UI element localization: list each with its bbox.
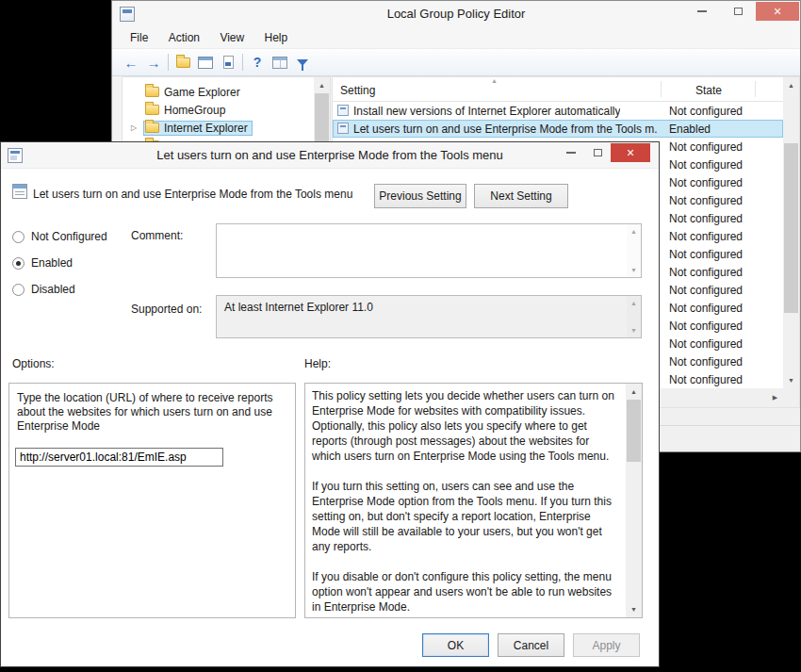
scroll-down-icon[interactable]: ▼ (627, 264, 641, 276)
scroll-down-icon[interactable]: ▼ (627, 324, 641, 336)
folder-icon (145, 87, 159, 97)
minimize-button[interactable] (684, 2, 720, 21)
scroll-right-icon[interactable]: ▶ (767, 388, 783, 407)
comment-textarea[interactable]: ▲ ▼ (216, 223, 642, 278)
menu-help[interactable]: Help (256, 27, 297, 48)
list-header: ▲ Setting State (333, 77, 799, 102)
toolbar-separator (242, 54, 243, 71)
cancel-button[interactable]: Cancel (498, 633, 564, 657)
options-label: Options: (12, 357, 55, 370)
radio-icon[interactable] (12, 284, 25, 296)
minimize-icon (697, 10, 707, 12)
next-setting-button[interactable]: Next Setting (474, 184, 568, 208)
radio-label: Disabled (31, 283, 75, 296)
list-row-selected[interactable]: Let users turn on and use Enterprise Mod… (333, 120, 783, 138)
scrollbar-thumb[interactable] (784, 143, 798, 313)
back-icon[interactable]: ← (120, 52, 142, 73)
column-header-setting[interactable]: Setting (340, 84, 375, 97)
help-icon[interactable]: ? (246, 52, 269, 73)
scroll-up-icon[interactable]: ▲ (314, 77, 330, 93)
scroll-up-icon[interactable]: ▲ (626, 384, 642, 400)
supported-on-label: Supported on: (131, 303, 202, 316)
scrollbar-thumb[interactable] (627, 400, 641, 462)
parent-folder-icon[interactable] (172, 52, 194, 73)
menu-action[interactable]: Action (160, 27, 208, 48)
close-button[interactable]: × (611, 143, 650, 162)
help-text: This policy setting lets you decide whet… (312, 388, 621, 630)
scroll-down-icon[interactable]: ▼ (626, 601, 642, 617)
column-divider[interactable] (755, 81, 756, 97)
maximize-icon (734, 8, 743, 15)
policy-item-icon (337, 105, 349, 116)
folder-icon (145, 123, 159, 133)
previous-setting-button[interactable]: Previous Setting (374, 184, 466, 208)
policy-setting-name: Let users turn on and use Enterprise Mod… (33, 188, 370, 201)
menu-view[interactable]: View (211, 27, 253, 48)
policy-item-icon (337, 123, 349, 134)
comment-scrollbar[interactable]: ▲ ▼ (627, 224, 641, 277)
options-panel: Type the location (URL) of where to rece… (8, 383, 296, 618)
radio-enabled[interactable]: Enabled (12, 255, 73, 270)
report-url-input[interactable] (15, 448, 223, 467)
help-panel: This policy setting lets you decide whet… (304, 383, 643, 618)
folder-icon (145, 105, 159, 115)
apply-button-disabled: Apply (573, 633, 640, 657)
radio-label: Not Configured (31, 230, 107, 243)
list-vertical-scrollbar[interactable]: ▲ ▼ (783, 77, 799, 388)
radio-disabled[interactable]: Disabled (12, 282, 75, 297)
radio-label: Enabled (31, 256, 73, 270)
policy-setting-icon (12, 184, 27, 199)
maximize-icon (594, 149, 602, 156)
help-paragraph: This policy setting lets you decide whet… (312, 388, 621, 464)
tree-item-homegroup[interactable]: HomeGroup (123, 101, 314, 119)
scroll-down-icon[interactable]: ▼ (783, 372, 799, 388)
list-row[interactable]: Install new versions of Internet Explore… (333, 102, 783, 120)
scrollbar-corner (783, 388, 799, 407)
close-button[interactable]: × (756, 2, 799, 21)
help-paragraph: If you disable or don't configure this p… (312, 569, 621, 615)
gpedit-toolbar: ← → ? (112, 49, 800, 76)
gpedit-menubar: File Action View Help (112, 27, 800, 49)
minimize-icon (566, 152, 576, 154)
radio-icon[interactable] (12, 231, 25, 243)
export-list-icon[interactable] (217, 52, 239, 73)
help-scrollbar[interactable]: ▲ ▼ (626, 384, 642, 617)
extended-view-icon[interactable] (269, 52, 291, 73)
column-header-state[interactable]: State (662, 84, 756, 97)
dialog-titlebar[interactable]: Let users turn on and use Enterprise Mod… (1, 142, 659, 169)
supported-on-box: At least Internet Explorer 11.0 ▲ ▼ (216, 295, 642, 338)
ok-button[interactable]: OK (422, 633, 489, 657)
policy-dialog: Let users turn on and use Enterprise Mod… (0, 141, 660, 667)
supported-scrollbar[interactable]: ▲ ▼ (627, 296, 641, 337)
radio-icon-checked[interactable] (12, 257, 25, 270)
supported-on-value: At least Internet Explorer 11.0 (224, 301, 373, 314)
radio-not-configured[interactable]: Not Configured (12, 229, 107, 244)
scroll-up-icon[interactable]: ▲ (627, 225, 641, 238)
tree-item-game-explorer[interactable]: Game Explorer (123, 83, 314, 101)
menu-file[interactable]: File (122, 27, 156, 48)
scroll-up-icon[interactable]: ▲ (627, 297, 641, 309)
scroll-up-icon[interactable]: ▲ (783, 77, 799, 93)
gpedit-titlebar[interactable]: Local Group Policy Editor × (112, 1, 800, 27)
console-window-icon[interactable] (194, 52, 217, 73)
help-label: Help: (304, 357, 331, 370)
expander-icon[interactable]: ▷ (131, 123, 137, 132)
toolbar-separator (168, 54, 169, 71)
options-description: Type the location (URL) of where to rece… (17, 391, 286, 434)
tree-item-internet-explorer[interactable]: ▷ Internet Explorer (123, 119, 314, 137)
maximize-button[interactable] (584, 143, 611, 162)
filter-icon[interactable] (291, 52, 314, 73)
forward-icon[interactable]: → (142, 52, 165, 73)
maximize-button[interactable] (720, 2, 756, 21)
help-paragraph: If you turn this setting on, users can s… (312, 479, 621, 554)
sort-ascending-icon: ▲ (491, 77, 498, 84)
comment-label: Comment: (131, 229, 183, 242)
minimize-button[interactable] (558, 143, 584, 162)
